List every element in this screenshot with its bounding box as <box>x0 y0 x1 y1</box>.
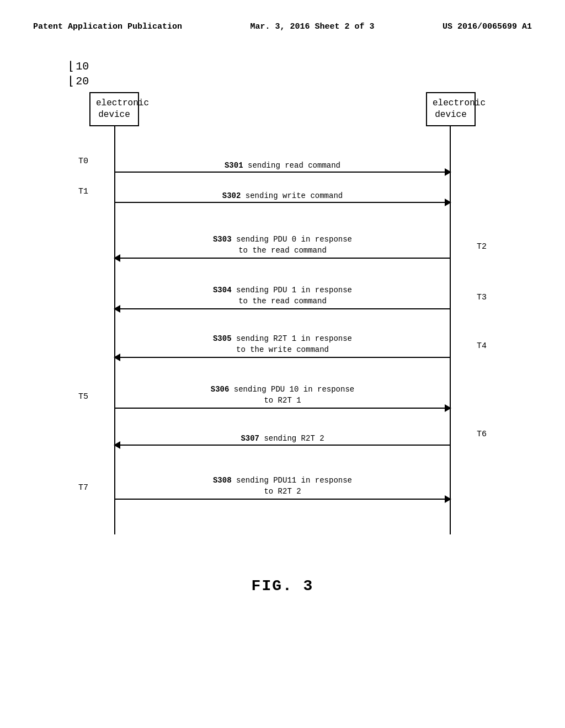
figure-label: FIG. 3 <box>0 577 565 595</box>
s305-container: T4 S305 sending R2T 1 in responseto the … <box>114 334 451 358</box>
s305-arrow <box>114 357 451 358</box>
s303-container: T2 S303 sending PDU 0 in responseto the … <box>114 234 451 259</box>
s303-label: S303 sending PDU 0 in responseto the rea… <box>114 234 451 256</box>
page-header: Patent Application Publication Mar. 3, 2… <box>0 0 565 42</box>
s305-label: S305 sending R2T 1 in responseto the wri… <box>114 334 451 355</box>
time-T5: T5 <box>78 392 88 402</box>
s304-label: S304 sending PDU 1 in responseto the rea… <box>114 285 451 307</box>
s308-container: T7 S308 sending PDU11 in responseto R2T … <box>114 475 451 500</box>
diagram-area: ⌊ 10 ⌊ 20 electronicdevice electronicdev… <box>67 59 498 555</box>
time-T7: T7 <box>78 483 88 493</box>
device-box-left: electronicdevice <box>89 92 139 126</box>
header-date-sheet: Mar. 3, 2016 Sheet 2 of 3 <box>250 22 374 31</box>
device-num-left: ⌊ 10 <box>67 59 498 74</box>
header-publication: Patent Application Publication <box>33 22 182 31</box>
s304-arrow <box>114 308 451 309</box>
vline-left <box>114 126 115 534</box>
s301-label: S301 sending read command <box>114 161 451 170</box>
s307-arrow <box>114 445 451 446</box>
time-T3: T3 <box>477 293 487 302</box>
time-T2: T2 <box>477 242 487 251</box>
vline-right <box>450 126 451 534</box>
s308-label: S308 sending PDU11 in responseto R2T 2 <box>114 475 451 497</box>
s302-label: S302 sending write command <box>114 191 451 200</box>
s302-container: T1 S302 sending write command <box>114 191 451 203</box>
time-T4: T4 <box>477 341 487 351</box>
s306-container: T5 S306 sending PDU 10 in responseto R2T… <box>114 384 451 409</box>
s307-container: T6 S307 sending R2T 2 <box>114 434 451 446</box>
s306-label: S306 sending PDU 10 in responseto R2T 1 <box>114 384 451 406</box>
time-T0: T0 <box>78 157 88 166</box>
s301-container: T0 S301 sending read command <box>114 161 451 173</box>
device-num-right: ⌊ 20 <box>67 74 498 89</box>
time-T6: T6 <box>477 430 487 439</box>
s303-arrow <box>114 258 451 259</box>
time-T1: T1 <box>78 187 88 196</box>
s307-label: S307 sending R2T 2 <box>114 434 451 443</box>
s302-arrow <box>114 202 451 203</box>
header-patent-number: US 2016/0065699 A1 <box>443 22 532 31</box>
s308-arrow <box>114 499 451 500</box>
s304-container: T3 S304 sending PDU 1 in responseto the … <box>114 285 451 309</box>
device-box-right: electronicdevice <box>426 92 476 126</box>
s306-arrow <box>114 408 451 409</box>
s301-arrow <box>114 172 451 173</box>
